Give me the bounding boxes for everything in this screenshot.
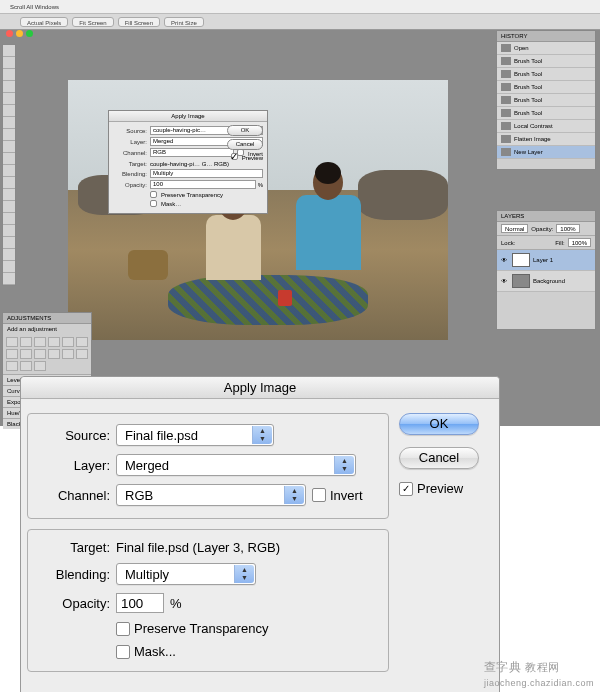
layer-select[interactable]: Merged xyxy=(116,454,356,476)
window-title: Scroll All Windows xyxy=(10,4,59,10)
source-label: Source: xyxy=(38,428,110,443)
blending-select[interactable]: Multiply xyxy=(116,563,256,585)
source-select[interactable]: Final file.psd xyxy=(116,424,274,446)
layers-panel-title: LAYERS xyxy=(497,211,595,222)
adjustments-panel-title: ADJUSTMENTS xyxy=(3,313,91,324)
preserve-transparency-checkbox[interactable]: Preserve Transparency xyxy=(116,621,268,636)
layer-row[interactable]: 👁 Background xyxy=(497,271,595,292)
blend-mode-select[interactable]: Normal xyxy=(501,224,528,233)
visibility-icon[interactable]: 👁 xyxy=(501,257,509,263)
source-group: Source: Final file.psd Layer: Merged Cha… xyxy=(27,413,389,519)
opacity-input[interactable] xyxy=(116,593,164,613)
channel-label: Channel: xyxy=(38,488,110,503)
photoshop-workspace: Scroll All Windows Actual Pixels Fit Scr… xyxy=(0,0,600,426)
target-value: Final file.psd (Layer 3, RGB) xyxy=(116,540,280,555)
watermark: 查字典 教程网 jiaocheng.chazidian.com xyxy=(484,659,594,688)
small-preview-check[interactable]: Preview xyxy=(231,153,263,161)
invert-checkbox[interactable]: Invert xyxy=(312,488,363,503)
small-ok-button[interactable]: OK xyxy=(227,125,263,136)
dropdown-arrows-icon xyxy=(234,565,254,583)
small-cancel-button[interactable]: Cancel xyxy=(227,139,263,150)
mask-checkbox[interactable]: Mask... xyxy=(116,644,176,659)
cancel-button[interactable]: Cancel xyxy=(399,447,479,469)
visibility-icon[interactable]: 👁 xyxy=(501,278,509,284)
layers-panel[interactable]: LAYERS Normal Opacity:100% Lock: Fill:10… xyxy=(496,210,596,330)
blending-label: Blending: xyxy=(38,567,110,582)
minimize-window-icon[interactable] xyxy=(16,30,23,37)
tool-palette[interactable] xyxy=(2,44,16,286)
small-dialog-title: Apply Image xyxy=(109,111,267,122)
target-label: Target: xyxy=(38,540,110,555)
window-buttons xyxy=(6,30,33,37)
actual-pixels-button[interactable]: Actual Pixels xyxy=(20,17,68,27)
channel-select[interactable]: RGB xyxy=(116,484,306,506)
mac-menubar: Scroll All Windows xyxy=(0,0,600,14)
target-group: Target: Final file.psd (Layer 3, RGB) Bl… xyxy=(27,529,389,672)
options-bar: Actual Pixels Fit Screen Fill Screen Pri… xyxy=(0,14,600,30)
print-size-button[interactable]: Print Size xyxy=(164,17,204,27)
zoom-window-icon[interactable] xyxy=(26,30,33,37)
fill-screen-button[interactable]: Fill Screen xyxy=(118,17,160,27)
opacity-label: Opacity: xyxy=(38,596,110,611)
history-panel-title: HISTORY xyxy=(497,31,595,42)
ok-button[interactable]: OK xyxy=(399,413,479,435)
history-panel[interactable]: HISTORY Open Brush Tool Brush Tool Brush… xyxy=(496,30,596,170)
dropdown-arrows-icon xyxy=(284,486,304,504)
layer-label: Layer: xyxy=(38,458,110,473)
percent-label: % xyxy=(170,596,182,611)
apply-image-small-dialog: Apply Image OK Cancel Preview Source:cou… xyxy=(108,110,268,214)
layer-row[interactable]: 👁 Layer 1 xyxy=(497,250,595,271)
dropdown-arrows-icon xyxy=(252,426,272,444)
apply-image-dialog: Apply Image Source: Final file.psd Layer… xyxy=(20,376,500,692)
dropdown-arrows-icon xyxy=(334,456,354,474)
fit-screen-button[interactable]: Fit Screen xyxy=(72,17,113,27)
close-window-icon[interactable] xyxy=(6,30,13,37)
dialog-title: Apply Image xyxy=(21,377,499,399)
preview-checkbox[interactable]: Preview xyxy=(399,481,485,496)
